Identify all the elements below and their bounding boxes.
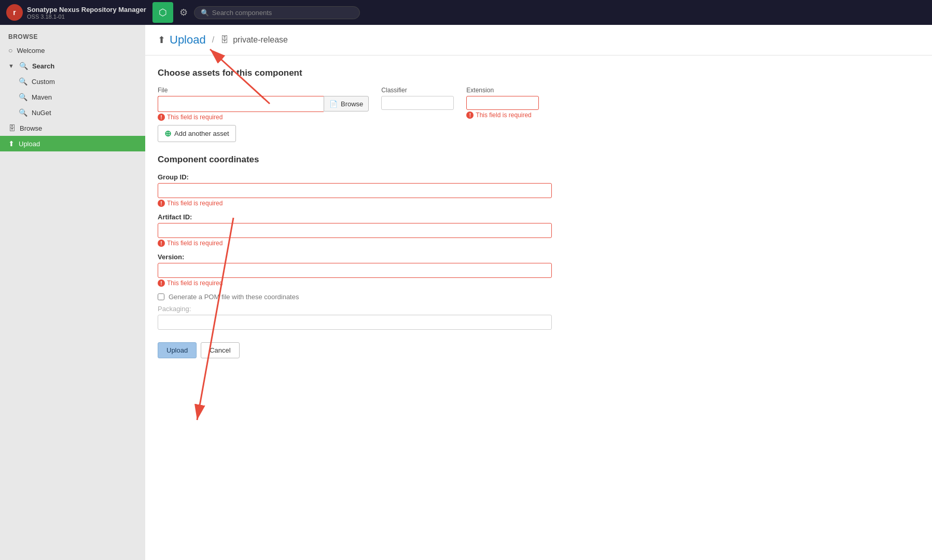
sidebar-item-custom[interactable]: 🔍 Custom — [0, 74, 145, 89]
extension-label: Extension — [466, 87, 539, 94]
repo-db-icon: 🗄 — [220, 35, 229, 45]
artifact-id-error: ! This field is required — [158, 240, 703, 247]
upload-header-icon: ⬆ — [158, 34, 165, 46]
sidebar-item-label: Upload — [19, 140, 40, 148]
nav-cube-icon[interactable]: ⬡ — [152, 2, 173, 23]
packaging-label: Packaging: — [158, 305, 703, 313]
sidebar-item-maven[interactable]: 🔍 Maven — [0, 89, 145, 105]
artifact-id-field: Artifact ID: ! This field is required — [158, 213, 703, 247]
file-error: ! This field is required — [158, 114, 369, 121]
browse-section-label: Browse — [0, 29, 145, 43]
error-icon-group: ! — [158, 200, 165, 207]
sidebar-item-label: NuGet — [32, 109, 51, 117]
classifier-label: Classifier — [381, 87, 454, 94]
search-custom-icon: 🔍 — [19, 77, 27, 86]
version-input[interactable] — [158, 263, 552, 278]
app-version: OSS 3.18.1-01 — [27, 13, 146, 20]
error-icon-version: ! — [158, 279, 165, 287]
plus-icon: ⊕ — [164, 129, 171, 138]
sidebar-item-label: Search — [32, 62, 54, 70]
logo-icon: r — [6, 4, 23, 21]
search-icon: 🔍 — [201, 9, 209, 17]
file-input[interactable] — [158, 96, 324, 112]
version-field: Version: ! This field is required — [158, 253, 703, 287]
upload-nav-icon: ⬆ — [8, 139, 15, 148]
welcome-icon: ○ — [8, 46, 12, 54]
group-id-error: ! This field is required — [158, 200, 703, 207]
settings-icon[interactable]: ⚙ — [179, 7, 188, 18]
assets-section-title: Choose assets for this component — [158, 68, 703, 78]
group-id-label: Group ID: — [158, 173, 703, 181]
browse-db-icon: 🗄 — [8, 124, 16, 132]
upload-form: Choose assets for this component File 📄 … — [145, 55, 716, 371]
chevron-down-icon: ▼ — [8, 63, 14, 69]
version-label: Version: — [158, 253, 703, 261]
search-nuget-icon: 🔍 — [19, 108, 27, 117]
sidebar-item-label: Browse — [20, 124, 42, 132]
sidebar-item-label: Welcome — [17, 47, 45, 54]
extension-error: ! This field is required — [466, 111, 539, 119]
app-title: Sonatype Nexus Repository Manager OSS 3.… — [27, 6, 146, 20]
classifier-field-group: Classifier — [381, 87, 454, 110]
sidebar-item-search[interactable]: ▼ 🔍 Search — [0, 58, 145, 74]
upload-button[interactable]: Upload — [158, 342, 197, 358]
extension-field-group: Extension ! This field is required — [466, 87, 539, 119]
page-header: ⬆ Upload / 🗄 private-release — [145, 25, 932, 55]
cancel-button[interactable]: Cancel — [201, 342, 239, 358]
file-field-group: File 📄 Browse ! This field is required — [158, 87, 369, 121]
file-label: File — [158, 87, 369, 94]
repo-name: private-release — [233, 35, 288, 45]
sidebar-item-welcome[interactable]: ○ Welcome — [0, 43, 145, 58]
extension-input[interactable] — [466, 96, 539, 110]
coord-section-title: Component coordinates — [158, 155, 703, 165]
generate-pom-row: Generate a POM file with these coordinat… — [158, 293, 703, 301]
breadcrumb-separator: / — [212, 35, 214, 45]
app-name: Sonatype Nexus Repository Manager — [27, 6, 146, 13]
classifier-input[interactable] — [381, 96, 454, 110]
search-bar[interactable]: 🔍 — [194, 6, 360, 19]
app-logo: r Sonatype Nexus Repository Manager OSS … — [6, 4, 146, 21]
group-id-input[interactable] — [158, 183, 552, 198]
page-title: Upload — [170, 33, 206, 47]
sidebar-item-browse[interactable]: 🗄 Browse — [0, 120, 145, 136]
search-nav-icon: 🔍 — [19, 62, 28, 70]
artifact-id-input[interactable] — [158, 223, 552, 238]
search-maven-icon: 🔍 — [19, 93, 27, 101]
version-error: ! This field is required — [158, 279, 703, 287]
packaging-field: Packaging: — [158, 305, 703, 330]
main-content: ⬆ Upload / 🗄 private-release Choose asse… — [145, 25, 932, 560]
error-icon-ext: ! — [466, 111, 474, 119]
form-buttons: Upload Cancel — [158, 342, 703, 358]
browse-button[interactable]: 📄 Browse — [324, 96, 369, 111]
sidebar-item-upload[interactable]: ⬆ Upload — [0, 136, 145, 151]
artifact-id-label: Artifact ID: — [158, 213, 703, 221]
sidebar-item-label: Maven — [32, 93, 52, 101]
search-input[interactable] — [212, 9, 353, 17]
generate-pom-label: Generate a POM file with these coordinat… — [169, 293, 299, 301]
file-icon: 📄 — [329, 100, 338, 108]
sidebar-item-nuget[interactable]: 🔍 NuGet — [0, 105, 145, 120]
sidebar: Browse ○ Welcome ▼ 🔍 Search 🔍 Custom 🔍 M… — [0, 25, 145, 560]
packaging-input[interactable] — [158, 315, 552, 330]
topbar: r Sonatype Nexus Repository Manager OSS … — [0, 0, 932, 25]
add-asset-button[interactable]: ⊕ Add another asset — [158, 125, 236, 142]
coord-section: Component coordinates Group ID: ! This f… — [158, 155, 703, 330]
sidebar-item-label: Custom — [32, 78, 55, 86]
main-layout: Browse ○ Welcome ▼ 🔍 Search 🔍 Custom 🔍 M… — [0, 25, 932, 560]
generate-pom-checkbox[interactable] — [158, 293, 164, 300]
error-icon: ! — [158, 114, 165, 121]
file-row: File 📄 Browse ! This field is required — [158, 87, 703, 121]
group-id-field: Group ID: ! This field is required — [158, 173, 703, 207]
error-icon-artifact: ! — [158, 240, 165, 247]
